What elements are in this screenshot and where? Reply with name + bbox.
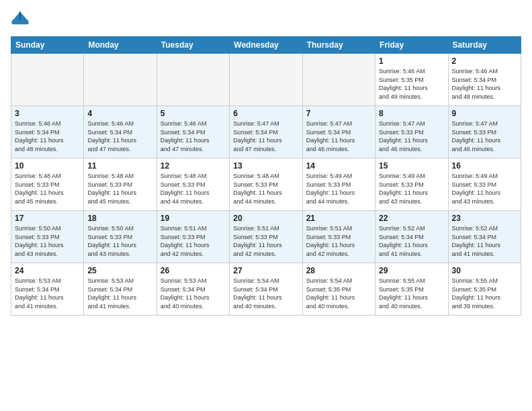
weekday-tuesday: Tuesday bbox=[157, 37, 229, 54]
day-cell-6: 6Sunrise: 5:47 AM Sunset: 5:34 PM Daylig… bbox=[230, 106, 302, 158]
day-info: Sunrise: 5:52 AM Sunset: 5:34 PM Dayligh… bbox=[452, 224, 517, 258]
day-info: Sunrise: 5:53 AM Sunset: 5:34 PM Dayligh… bbox=[15, 277, 80, 310]
day-number: 20 bbox=[233, 214, 298, 223]
day-number: 28 bbox=[306, 266, 371, 275]
day-cell-27: 27Sunrise: 5:54 AM Sunset: 5:34 PM Dayli… bbox=[230, 263, 302, 316]
weekday-saturday: Saturday bbox=[448, 37, 521, 54]
day-number: 12 bbox=[161, 161, 226, 171]
empty-cell bbox=[157, 54, 229, 106]
day-cell-4: 4Sunrise: 5:46 AM Sunset: 5:34 PM Daylig… bbox=[84, 106, 157, 158]
day-cell-25: 25Sunrise: 5:53 AM Sunset: 5:34 PM Dayli… bbox=[84, 263, 157, 316]
day-cell-29: 29Sunrise: 5:55 AM Sunset: 5:35 PM Dayli… bbox=[375, 263, 448, 316]
day-cell-19: 19Sunrise: 5:51 AM Sunset: 5:33 PM Dayli… bbox=[157, 211, 229, 263]
week-row-4: 17Sunrise: 5:50 AM Sunset: 5:33 PM Dayli… bbox=[11, 211, 521, 263]
day-info: Sunrise: 5:48 AM Sunset: 5:33 PM Dayligh… bbox=[161, 172, 226, 205]
day-number: 4 bbox=[87, 109, 152, 118]
weekday-wednesday: Wednesday bbox=[230, 37, 302, 54]
day-cell-12: 12Sunrise: 5:48 AM Sunset: 5:33 PM Dayli… bbox=[157, 158, 229, 211]
day-cell-8: 8Sunrise: 5:47 AM Sunset: 5:33 PM Daylig… bbox=[375, 106, 448, 158]
day-info: Sunrise: 5:49 AM Sunset: 5:33 PM Dayligh… bbox=[379, 172, 444, 205]
day-info: Sunrise: 5:46 AM Sunset: 5:35 PM Dayligh… bbox=[379, 67, 444, 101]
empty-cell bbox=[230, 54, 302, 106]
page: SundayMondayTuesdayWednesdayThursdayFrid… bbox=[0, 0, 532, 411]
day-number: 14 bbox=[306, 161, 371, 171]
day-number: 9 bbox=[452, 109, 517, 118]
weekday-monday: Monday bbox=[84, 37, 157, 54]
day-number: 10 bbox=[15, 161, 80, 171]
day-number: 26 bbox=[161, 266, 226, 275]
day-cell-2: 2Sunrise: 5:46 AM Sunset: 5:34 PM Daylig… bbox=[448, 54, 521, 106]
day-number: 24 bbox=[15, 266, 80, 275]
empty-cell bbox=[84, 54, 157, 106]
day-info: Sunrise: 5:47 AM Sunset: 5:33 PM Dayligh… bbox=[452, 120, 517, 153]
day-number: 6 bbox=[233, 109, 298, 118]
day-number: 8 bbox=[379, 109, 444, 118]
weekday-header-row: SundayMondayTuesdayWednesdayThursdayFrid… bbox=[11, 37, 521, 54]
day-info: Sunrise: 5:49 AM Sunset: 5:33 PM Dayligh… bbox=[306, 172, 371, 205]
day-cell-30: 30Sunrise: 5:55 AM Sunset: 5:35 PM Dayli… bbox=[448, 263, 521, 316]
day-cell-26: 26Sunrise: 5:53 AM Sunset: 5:34 PM Dayli… bbox=[157, 263, 229, 316]
day-cell-18: 18Sunrise: 5:50 AM Sunset: 5:33 PM Dayli… bbox=[84, 211, 157, 263]
day-info: Sunrise: 5:51 AM Sunset: 5:33 PM Dayligh… bbox=[306, 224, 371, 258]
day-number: 25 bbox=[87, 266, 152, 275]
day-number: 2 bbox=[452, 56, 517, 66]
week-row-5: 24Sunrise: 5:53 AM Sunset: 5:34 PM Dayli… bbox=[11, 263, 521, 316]
day-cell-7: 7Sunrise: 5:47 AM Sunset: 5:34 PM Daylig… bbox=[302, 106, 375, 158]
day-number: 5 bbox=[161, 109, 226, 118]
day-info: Sunrise: 5:47 AM Sunset: 5:33 PM Dayligh… bbox=[379, 120, 444, 153]
day-info: Sunrise: 5:54 AM Sunset: 5:35 PM Dayligh… bbox=[306, 277, 371, 310]
day-info: Sunrise: 5:48 AM Sunset: 5:33 PM Dayligh… bbox=[87, 172, 152, 205]
day-number: 30 bbox=[452, 266, 517, 275]
weekday-thursday: Thursday bbox=[302, 37, 375, 54]
day-number: 22 bbox=[379, 214, 444, 223]
day-number: 11 bbox=[87, 161, 152, 171]
day-info: Sunrise: 5:46 AM Sunset: 5:34 PM Dayligh… bbox=[15, 120, 80, 153]
day-info: Sunrise: 5:48 AM Sunset: 5:33 PM Dayligh… bbox=[233, 172, 298, 205]
day-number: 29 bbox=[379, 266, 444, 275]
day-info: Sunrise: 5:47 AM Sunset: 5:34 PM Dayligh… bbox=[233, 120, 298, 153]
logo-icon bbox=[11, 11, 30, 30]
day-cell-24: 24Sunrise: 5:53 AM Sunset: 5:34 PM Dayli… bbox=[11, 263, 84, 316]
day-info: Sunrise: 5:46 AM Sunset: 5:34 PM Dayligh… bbox=[161, 120, 226, 153]
day-cell-23: 23Sunrise: 5:52 AM Sunset: 5:34 PM Dayli… bbox=[448, 211, 521, 263]
logo bbox=[11, 11, 32, 30]
day-cell-21: 21Sunrise: 5:51 AM Sunset: 5:33 PM Dayli… bbox=[302, 211, 375, 263]
day-number: 3 bbox=[15, 109, 80, 118]
day-number: 16 bbox=[452, 161, 517, 171]
week-row-2: 3Sunrise: 5:46 AM Sunset: 5:34 PM Daylig… bbox=[11, 106, 521, 158]
day-number: 18 bbox=[87, 214, 152, 223]
day-cell-14: 14Sunrise: 5:49 AM Sunset: 5:33 PM Dayli… bbox=[302, 158, 375, 211]
svg-rect-0 bbox=[12, 20, 29, 24]
day-number: 27 bbox=[233, 266, 298, 275]
day-number: 13 bbox=[233, 161, 298, 171]
day-cell-1: 1Sunrise: 5:46 AM Sunset: 5:35 PM Daylig… bbox=[375, 54, 448, 106]
day-info: Sunrise: 5:49 AM Sunset: 5:33 PM Dayligh… bbox=[452, 172, 517, 205]
day-cell-17: 17Sunrise: 5:50 AM Sunset: 5:33 PM Dayli… bbox=[11, 211, 84, 263]
weekday-friday: Friday bbox=[375, 37, 448, 54]
day-cell-11: 11Sunrise: 5:48 AM Sunset: 5:33 PM Dayli… bbox=[84, 158, 157, 211]
day-info: Sunrise: 5:47 AM Sunset: 5:34 PM Dayligh… bbox=[306, 120, 371, 153]
day-info: Sunrise: 5:46 AM Sunset: 5:34 PM Dayligh… bbox=[452, 67, 517, 101]
empty-cell bbox=[11, 54, 84, 106]
day-cell-20: 20Sunrise: 5:51 AM Sunset: 5:33 PM Dayli… bbox=[230, 211, 302, 263]
day-number: 23 bbox=[452, 214, 517, 223]
day-cell-15: 15Sunrise: 5:49 AM Sunset: 5:33 PM Dayli… bbox=[375, 158, 448, 211]
day-info: Sunrise: 5:46 AM Sunset: 5:34 PM Dayligh… bbox=[87, 120, 152, 153]
day-number: 1 bbox=[379, 56, 444, 66]
day-info: Sunrise: 5:53 AM Sunset: 5:34 PM Dayligh… bbox=[161, 277, 226, 310]
day-cell-13: 13Sunrise: 5:48 AM Sunset: 5:33 PM Dayli… bbox=[230, 158, 302, 211]
day-cell-16: 16Sunrise: 5:49 AM Sunset: 5:33 PM Dayli… bbox=[448, 158, 521, 211]
day-cell-28: 28Sunrise: 5:54 AM Sunset: 5:35 PM Dayli… bbox=[302, 263, 375, 316]
calendar: SundayMondayTuesdayWednesdayThursdayFrid… bbox=[11, 36, 521, 316]
day-info: Sunrise: 5:53 AM Sunset: 5:34 PM Dayligh… bbox=[87, 277, 152, 310]
day-cell-10: 10Sunrise: 5:48 AM Sunset: 5:33 PM Dayli… bbox=[11, 158, 84, 211]
day-info: Sunrise: 5:50 AM Sunset: 5:33 PM Dayligh… bbox=[87, 224, 152, 258]
day-cell-22: 22Sunrise: 5:52 AM Sunset: 5:34 PM Dayli… bbox=[375, 211, 448, 263]
header bbox=[11, 11, 521, 30]
day-number: 19 bbox=[161, 214, 226, 223]
day-number: 21 bbox=[306, 214, 371, 223]
week-row-3: 10Sunrise: 5:48 AM Sunset: 5:33 PM Dayli… bbox=[11, 158, 521, 211]
day-info: Sunrise: 5:51 AM Sunset: 5:33 PM Dayligh… bbox=[233, 224, 298, 258]
week-row-1: 1Sunrise: 5:46 AM Sunset: 5:35 PM Daylig… bbox=[11, 54, 521, 106]
day-number: 15 bbox=[379, 161, 444, 171]
